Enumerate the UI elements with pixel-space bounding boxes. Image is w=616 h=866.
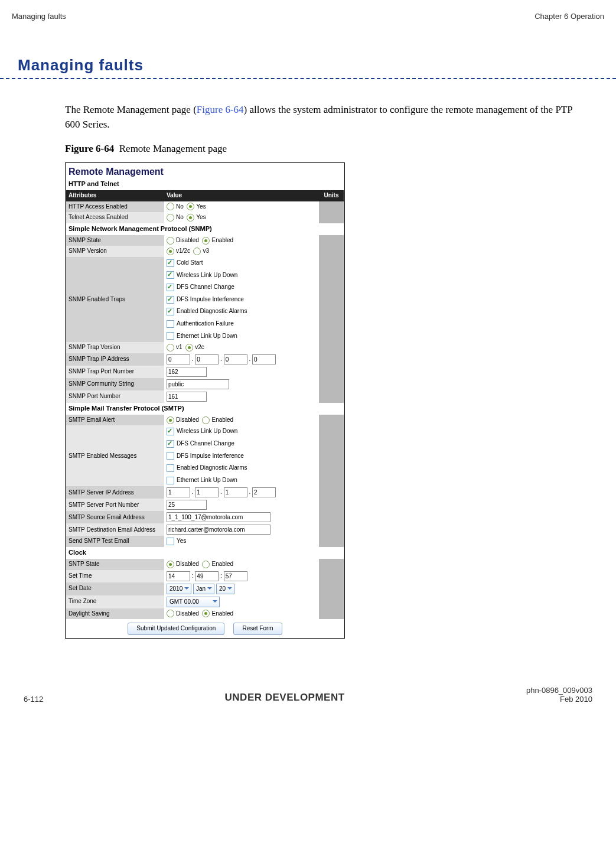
select-month[interactable]: Jan [193,584,214,594]
col-value: Value [164,190,319,201]
check-msg-wireless-updown-label: Wireless Link Up Down [177,428,237,434]
input-time-s[interactable]: 57 [224,571,247,581]
footer-date: Feb 2010 [560,695,592,704]
radio-telnet-no[interactable] [167,214,174,222]
radio-trap-v1-label: v1 [176,344,182,350]
select-year[interactable]: 2010 [167,584,191,594]
caption-label: Figure 6-64 [65,143,114,154]
submit-button[interactable]: Submit Updated Configuration [128,623,224,635]
row-snmp-traps: SNMP Enabled Traps Cold Start Wireless L… [66,257,344,342]
check-trap-diag-alarms-label: Enabled Diagnostic Alarms [177,308,247,314]
input-snmp-community[interactable]: public [167,379,229,389]
label-smtp-alert: SMTP Email Alert [66,415,164,426]
radio-snmp-v3[interactable] [193,248,201,255]
radio-sntp-enabled[interactable] [202,561,210,568]
radio-http-no[interactable] [167,203,174,210]
footer-status: UNDER DEVELOPMENT [225,692,345,704]
column-headers: Attributes Value Units [66,190,344,201]
label-smtp-ip: SMTP Server IP Address [66,486,164,499]
row-snmp-trap-ip: SNMP Trap IP Address 0 . 0 . 0 . 0 [66,353,344,366]
figure-crossref[interactable]: Figure 6-64 [197,104,244,115]
radio-sntp-disabled[interactable] [167,561,174,568]
radio-snmp-disabled[interactable] [167,237,174,245]
check-trap-coldstart-label: Cold Start [177,259,203,266]
radio-telnet-yes[interactable] [187,214,194,222]
input-smtp-dest[interactable]: richard.carter@motorola.com [167,525,270,535]
label-http-access: HTTP Access Enabled [66,201,164,213]
radio-smtp-enabled-label: Enabled [211,416,233,423]
input-time-h[interactable]: 14 [167,571,190,581]
label-smtp-port: SMTP Server Port Number [66,499,164,511]
check-trap-wireless-updown[interactable] [167,271,174,279]
radio-snmp-v12c[interactable] [167,248,174,255]
radio-smtp-enabled[interactable] [202,416,210,424]
input-snmp-port[interactable]: 161 [167,392,207,402]
input-smtp-port[interactable]: 25 [167,500,207,510]
radio-smtp-disabled[interactable] [167,416,174,424]
input-smtp-ip-c[interactable]: 1 [224,487,247,497]
check-msg-dfs-impulse[interactable] [167,452,174,460]
input-snmp-ip-d[interactable]: 0 [252,354,276,364]
header-right: Chapter 6 Operation [534,12,604,21]
footer-page-number: 6-112 [24,695,43,704]
radio-trap-v1[interactable] [167,344,174,351]
radio-trap-v2c-label: v2c [195,344,204,350]
radio-smtp-disabled-label: Disabled [176,416,199,423]
row-timezone: Time Zone GMT 00.00 [66,595,344,608]
label-snmp-trap-port: SNMP Trap Port Number [66,366,164,378]
radio-http-yes[interactable] [187,203,194,210]
label-smtp-test: Send SMTP Test Email [66,536,164,547]
check-msg-wireless-updown[interactable] [167,428,174,435]
input-snmp-ip-c[interactable]: 0 [224,354,247,364]
check-trap-diag-alarms[interactable] [167,308,174,315]
check-msg-dfs-channel[interactable] [167,440,174,448]
input-smtp-ip-a[interactable]: 1 [167,487,190,497]
label-set-time: Set Time [66,570,164,582]
check-trap-auth-failure[interactable] [167,320,174,328]
check-trap-eth-updown[interactable] [167,332,174,340]
select-timezone[interactable]: GMT 00.00 [167,597,220,607]
row-snmp-state: SNMP State Disabled Enabled [66,235,344,246]
input-snmp-ip-b[interactable]: 0 [195,354,219,364]
input-time-m[interactable]: 49 [195,571,219,581]
input-smtp-ip-b[interactable]: 1 [195,487,219,497]
intro-paragraph: The Remote Management page (Figure 6-64)… [65,103,581,132]
input-snmp-trap-port[interactable]: 162 [167,367,207,377]
check-smtp-test-label: Yes [177,538,186,545]
radio-trap-v2c[interactable] [185,344,193,351]
row-set-time: Set Time 14 : 49 : 57 [66,570,344,582]
row-smtp-test: Send SMTP Test Email Yes [66,536,344,547]
radio-telnet-no-label: No [176,214,184,220]
check-msg-diag-alarms-label: Enabled Diagnostic Alarms [177,464,247,471]
row-smtp-ip: SMTP Server IP Address 1 . 1 . 1 . 2 [66,486,344,499]
radio-dst-disabled[interactable] [167,610,174,617]
radio-snmp-enabled-label: Enabled [211,237,233,243]
check-trap-dfs-impulse[interactable] [167,296,174,304]
check-trap-dfs-channel[interactable] [167,284,174,291]
radio-dst-disabled-label: Disabled [176,610,199,617]
check-msg-eth-updown[interactable] [167,477,174,484]
reset-button[interactable]: Reset Form [233,623,282,635]
check-trap-coldstart[interactable] [167,259,174,267]
radio-snmp-v3-label: v3 [203,248,209,254]
footer-doc-id: phn-0896_009v003 [526,686,592,695]
section-clock: Clock [66,547,344,559]
radio-snmp-enabled[interactable] [202,237,210,245]
input-smtp-ip-d[interactable]: 2 [252,487,276,497]
radio-http-no-label: No [176,203,184,210]
intro-text-a: The Remote Management page ( [65,104,197,115]
col-units: Units [319,190,344,201]
row-http-access: HTTP Access Enabled No Yes [66,201,344,213]
input-snmp-ip-a[interactable]: 0 [167,354,190,364]
check-smtp-test[interactable] [167,538,174,545]
select-day[interactable]: 20 [216,584,234,594]
check-trap-eth-updown-label: Ethernet Link Up Down [177,333,237,339]
radio-snmp-disabled-label: Disabled [176,237,199,243]
radio-dst-enabled[interactable] [202,610,210,617]
check-trap-auth-failure-label: Authentication Failure [177,320,234,327]
radio-http-yes-label: Yes [196,203,206,210]
input-smtp-source[interactable]: 1_1_100_17@motorola.com [167,512,270,522]
label-snmp-trap-version: SNMP Trap Version [66,342,164,353]
label-timezone: Time Zone [66,595,164,608]
check-msg-diag-alarms[interactable] [167,464,174,472]
